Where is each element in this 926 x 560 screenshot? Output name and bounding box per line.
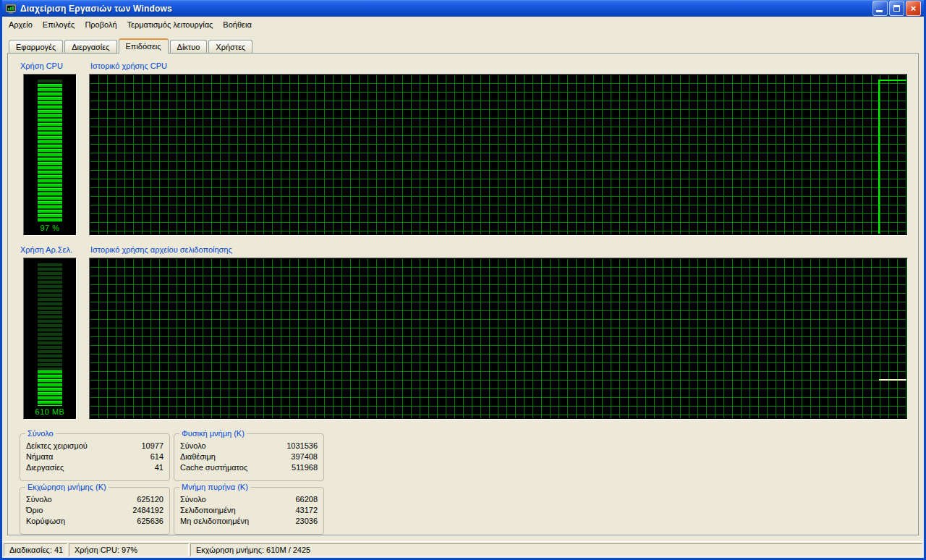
stat-value: 23036 (295, 516, 318, 527)
group-kernel-memory-title: Μνήμη πυρήνα (K) (179, 483, 250, 491)
stat-row: Cache συστήματος 511968 (180, 462, 318, 473)
menubar: Αρχείο Επιλογές Προβολή Τερματισμός λειτ… (2, 17, 924, 33)
menu-shutdown[interactable]: Τερματισμός λειτουργίας (122, 18, 218, 31)
tab-users[interactable]: Χρήστες (208, 40, 252, 53)
stat-label: Δείκτες χειρισμού (26, 441, 88, 451)
tab-processes[interactable]: Διεργασίες (64, 40, 116, 53)
stat-label: Σύνολο (26, 494, 52, 505)
stat-label: Διαθέσιμη (180, 451, 216, 462)
stat-value: 2484192 (132, 505, 163, 516)
stat-row: Νήματα 614 (26, 451, 163, 462)
stat-label: Σύνολο (180, 494, 206, 505)
stat-row: Μη σελιδοποιημένη 23036 (180, 516, 318, 527)
cpu-meter-lit (38, 84, 62, 222)
tab-networking[interactable]: Δίκτυο (170, 40, 208, 53)
pagefile-usage-meter: 610 MB (23, 258, 77, 420)
cpu-history-spike (878, 80, 880, 234)
minimize-icon (876, 10, 883, 12)
stat-row: Διεργασίες 41 (26, 462, 163, 473)
status-processes: Διαδικασίες: 41 (4, 543, 67, 556)
tab-strip: Εφαρμογές Διεργασίες Επιδόσεις Δίκτυο Χρ… (2, 33, 924, 53)
stat-row: Όριο 2484192 (26, 505, 163, 516)
statusbar: Διαδικασίες: 41 Χρήση CPU: 97% Εκχώρηση … (2, 541, 924, 558)
window-title: Διαχείριση Εργασιών των Windows (20, 4, 872, 14)
tab-performance[interactable]: Επιδόσεις (119, 38, 169, 54)
stat-value: 43172 (295, 505, 318, 516)
stat-label: Διεργασίες (26, 462, 64, 473)
pagefile-history-grid (90, 259, 906, 418)
cpu-usage-meter: 97 % (23, 74, 77, 236)
stat-row: Διαθέσιμη 397408 (180, 451, 318, 462)
stat-value: 614 (150, 451, 163, 462)
status-commit-charge: Εκχώρηση μνήμης: 610M / 2425 (190, 543, 922, 556)
cpu-row: Χρήση CPU 97 % Ιστορικό χρήσης CPU (14, 61, 908, 236)
cpu-usage-value: 97 % (40, 222, 59, 234)
cpu-history-spike-top (879, 80, 906, 81)
close-icon: × (911, 4, 917, 13)
stat-row: Δείκτες χειρισμού 10977 (26, 441, 163, 451)
task-manager-icon (5, 3, 17, 14)
cpu-history-label: Ιστορικό χρήσης CPU (89, 61, 908, 72)
stat-label: Νήματα (26, 451, 53, 462)
stat-value: 66208 (295, 494, 318, 505)
menu-file[interactable]: Αρχείο (4, 18, 38, 31)
stat-value: 1031536 (286, 441, 318, 451)
stat-value: 10977 (141, 441, 163, 451)
stat-value: 397408 (291, 451, 318, 462)
stat-value: 625636 (137, 516, 163, 527)
pagefile-history-label: Ιστορικό χρήσης αρχείου σελιδοποίησης (89, 245, 908, 256)
stat-row: Σελιδοποιημένη 43172 (180, 505, 318, 516)
pagefile-meter-unlit (38, 263, 62, 370)
menu-options[interactable]: Επιλογές (38, 18, 80, 31)
pagefile-usage-label: Χρήση Αρ.Σελ. (14, 245, 89, 256)
maximize-icon (893, 5, 900, 12)
minimize-button[interactable] (872, 1, 888, 16)
group-totals: Σύνολο Δείκτες χειρισμού 10977 Νήματα 61… (20, 433, 170, 481)
maximize-button[interactable] (889, 1, 904, 16)
stats-grid: Σύνολο Δείκτες χειρισμού 10977 Νήματα 61… (20, 433, 908, 535)
stat-row: Κορύφωση 625636 (26, 516, 163, 527)
stat-label: Σύνολο (180, 441, 206, 451)
cpu-history-grid (90, 75, 906, 234)
cpu-history-graph (89, 74, 908, 236)
titlebar[interactable]: Διαχείριση Εργασιών των Windows × (2, 0, 924, 17)
stat-row: Σύνολο 1031536 (180, 441, 318, 451)
pagefile-history-line (879, 379, 906, 381)
pagefile-history-graph (89, 258, 908, 420)
pagefile-usage-value: 610 MB (35, 406, 65, 417)
group-commit-charge: Εκχώρηση μνήμης (K) Σύνολο 625120 Όριο 2… (20, 487, 170, 535)
stat-label: Cache συστήματος (180, 462, 247, 473)
group-kernel-memory: Μνήμη πυρήνα (K) Σύνολο 66208 Σελιδοποιη… (174, 487, 324, 535)
stat-value: 625120 (137, 494, 163, 505)
stat-label: Μη σελιδοποιημένη (180, 516, 249, 527)
menu-view[interactable]: Προβολή (80, 18, 122, 31)
pagefile-meter-lit (38, 370, 62, 406)
task-manager-window: Διαχείριση Εργασιών των Windows × Αρχείο… (0, 0, 926, 560)
tab-applications[interactable]: Εφαρμογές (9, 40, 63, 53)
group-commit-charge-title: Εκχώρηση μνήμης (K) (25, 483, 109, 491)
stat-row: Σύνολο 66208 (180, 494, 318, 505)
performance-tab-page: Χρήση CPU 97 % Ιστορικό χρήσης CPU (7, 53, 919, 535)
cpu-usage-label: Χρήση CPU (14, 61, 89, 72)
group-physical-memory: Φυσική μνήμη (K) Σύνολο 1031536 Διαθέσιμ… (174, 433, 324, 481)
stat-value: 511968 (292, 462, 318, 473)
close-button[interactable]: × (906, 1, 921, 16)
pagefile-row: Χρήση Αρ.Σελ. 610 MB Ιστορικό χρήσης αρχ… (14, 245, 908, 420)
group-physical-memory-title: Φυσική μνήμη (K) (179, 429, 247, 438)
menu-help[interactable]: Βοήθεια (218, 18, 256, 31)
group-totals-title: Σύνολο (25, 429, 56, 438)
stat-label: Σελιδοποιημένη (180, 505, 236, 516)
stat-label: Όριο (26, 505, 43, 516)
stat-label: Κορύφωση (26, 516, 65, 527)
stat-value: 41 (155, 462, 163, 473)
stat-row: Σύνολο 625120 (26, 494, 163, 505)
status-cpu-usage: Χρήση CPU: 97% (69, 543, 189, 556)
